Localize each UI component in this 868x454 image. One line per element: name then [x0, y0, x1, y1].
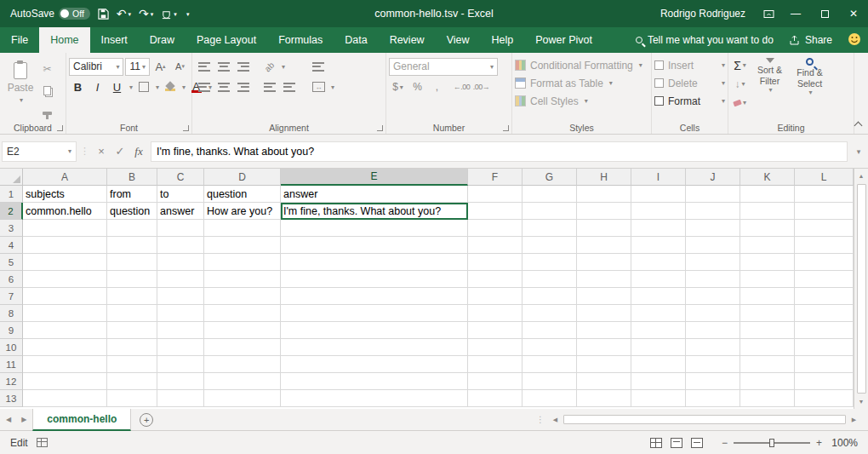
cell-D13[interactable] — [204, 390, 281, 407]
row-header-2[interactable]: 2 — [0, 203, 23, 220]
cell-F13[interactable] — [468, 390, 523, 407]
column-header-L[interactable]: L — [795, 169, 854, 186]
cell-H7[interactable] — [577, 288, 631, 305]
cell-H5[interactable] — [577, 254, 631, 271]
cell-F3[interactable] — [468, 220, 523, 237]
row-header-5[interactable]: 5 — [0, 254, 23, 271]
normal-view-icon[interactable] — [650, 438, 662, 448]
cell-E4[interactable] — [281, 237, 468, 254]
cell-L4[interactable] — [795, 237, 854, 254]
cell-J2[interactable] — [686, 203, 740, 220]
column-header-J[interactable]: J — [686, 169, 740, 186]
cell-D6[interactable] — [204, 271, 281, 288]
decrease-decimal-button[interactable]: .00→ — [472, 78, 490, 96]
cell-C11[interactable] — [157, 356, 204, 373]
cell-F9[interactable] — [468, 322, 523, 339]
cell-D9[interactable] — [204, 322, 281, 339]
cell-B12[interactable] — [107, 373, 157, 390]
row-header-6[interactable]: 6 — [0, 271, 23, 288]
cell-I1[interactable] — [631, 186, 686, 203]
cell-D5[interactable] — [204, 254, 281, 271]
cell-B5[interactable] — [107, 254, 157, 271]
cell-K10[interactable] — [740, 339, 795, 356]
cell-A10[interactable] — [23, 339, 107, 356]
cell-A2[interactable]: common.hello — [23, 203, 107, 220]
cell-J12[interactable] — [686, 373, 740, 390]
cell-H8[interactable] — [577, 305, 631, 322]
zoom-slider[interactable] — [734, 442, 810, 444]
bold-button[interactable]: B — [69, 78, 87, 96]
zoom-slider-thumb[interactable] — [769, 439, 774, 447]
conditional-formatting-button[interactable]: Conditional Formatting ▾ — [515, 56, 648, 74]
cell-H6[interactable] — [577, 271, 631, 288]
cell-I11[interactable] — [631, 356, 686, 373]
cell-G4[interactable] — [523, 237, 577, 254]
tab-power-pivot[interactable]: Power Pivot — [524, 27, 603, 53]
cell-B2[interactable]: question — [107, 203, 157, 220]
tab-formulas[interactable]: Formulas — [267, 27, 334, 53]
user-name[interactable]: Rodrigo Rodriguez — [660, 8, 745, 20]
top-align-button[interactable] — [195, 58, 213, 76]
cell-B4[interactable] — [107, 237, 157, 254]
cell-F2[interactable] — [468, 203, 523, 220]
tab-help[interactable]: Help — [481, 27, 525, 53]
cell-A7[interactable] — [23, 288, 107, 305]
align-right-button[interactable] — [234, 78, 252, 96]
number-dialog-launcher-icon[interactable] — [503, 125, 509, 131]
cell-C12[interactable] — [157, 373, 204, 390]
cell-K5[interactable] — [740, 254, 795, 271]
cell-E13[interactable] — [281, 390, 468, 407]
row-header-10[interactable]: 10 — [0, 339, 23, 356]
cell-L2[interactable] — [795, 203, 854, 220]
cell-C3[interactable] — [157, 220, 204, 237]
cell-B9[interactable] — [107, 322, 157, 339]
cell-E7[interactable] — [281, 288, 468, 305]
cell-L7[interactable] — [795, 288, 854, 305]
cell-A5[interactable] — [23, 254, 107, 271]
decrease-font-size-button[interactable]: A▾ — [171, 58, 189, 76]
cell-K7[interactable] — [740, 288, 795, 305]
font-dialog-launcher-icon[interactable] — [183, 125, 189, 131]
cell-L5[interactable] — [795, 254, 854, 271]
column-header-H[interactable]: H — [577, 169, 631, 186]
comma-style-button[interactable]: , — [428, 78, 446, 96]
row-header-12[interactable]: 12 — [0, 373, 23, 390]
paste-button[interactable]: Paste ▾ — [3, 56, 38, 109]
cell-J13[interactable] — [686, 390, 740, 407]
percent-style-button[interactable]: % — [408, 78, 426, 96]
orientation-button[interactable]: ab — [260, 58, 278, 76]
cell-K13[interactable] — [740, 390, 795, 407]
column-header-F[interactable]: F — [468, 169, 523, 186]
cell-J8[interactable] — [686, 305, 740, 322]
row-header-3[interactable]: 3 — [0, 220, 23, 237]
cell-J5[interactable] — [686, 254, 740, 271]
cell-H11[interactable] — [577, 356, 631, 373]
cell-L9[interactable] — [795, 322, 854, 339]
align-left-button[interactable] — [195, 78, 213, 96]
formula-input[interactable]: I'm fine, thanks. What about you? — [151, 141, 848, 162]
sheet-nav-left-icon[interactable]: ◀ — [3, 412, 14, 427]
cell-A11[interactable] — [23, 356, 107, 373]
column-header-C[interactable]: C — [157, 169, 204, 186]
cell-D7[interactable] — [204, 288, 281, 305]
save-button[interactable] — [98, 9, 109, 20]
cell-D2[interactable]: How are you? — [204, 203, 281, 220]
sheet-nav-right-icon[interactable]: ▶ — [19, 412, 29, 427]
ribbon-display-options-button[interactable] — [756, 0, 781, 27]
redo-button[interactable]: ↷▾ — [139, 8, 153, 20]
accounting-format-button[interactable]: $▾ — [389, 78, 407, 96]
sort-filter-button[interactable]: Sort & Filter ▾ — [751, 56, 789, 112]
cell-H2[interactable] — [577, 203, 631, 220]
cell-F5[interactable] — [468, 254, 523, 271]
expand-formula-bar-icon[interactable]: ▾ — [851, 147, 866, 156]
cell-J11[interactable] — [686, 356, 740, 373]
cell-L12[interactable] — [795, 373, 854, 390]
touch-mouse-mode-button[interactable]: ▾ — [161, 9, 177, 20]
cell-H10[interactable] — [577, 339, 631, 356]
tab-data[interactable]: Data — [334, 27, 378, 53]
column-header-G[interactable]: G — [523, 169, 577, 186]
row-header-1[interactable]: 1 — [0, 186, 23, 203]
cell-J4[interactable] — [686, 237, 740, 254]
cell-L8[interactable] — [795, 305, 854, 322]
increase-decimal-button[interactable]: ←.00 — [453, 78, 471, 96]
